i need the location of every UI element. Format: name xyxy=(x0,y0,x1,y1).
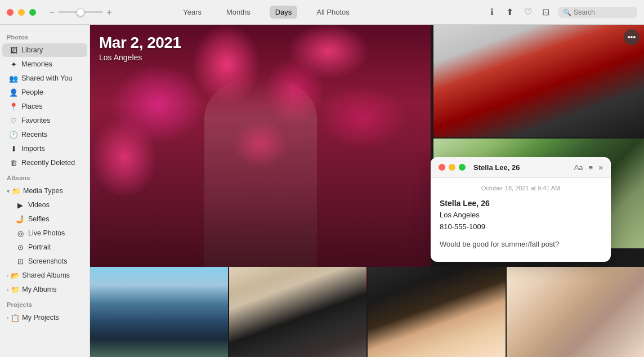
sidebar-item-my-albums[interactable]: › 📁 My Albums xyxy=(2,283,87,296)
note-contact-name: Stella Lee, 26 xyxy=(440,197,602,209)
note-maximize-button[interactable] xyxy=(459,164,466,171)
sidebar-item-memories[interactable]: ✦ Memories xyxy=(2,57,87,71)
bottom-photo-2[interactable] xyxy=(229,267,367,357)
tab-years[interactable]: Years xyxy=(177,6,207,19)
sidebar-item-library-label: Library xyxy=(21,46,43,54)
crop-icon[interactable]: ⊡ xyxy=(540,7,552,18)
heart-icon[interactable]: ♡ xyxy=(522,7,534,18)
note-contact-phone: 810-555-1009 xyxy=(440,221,602,233)
bottom-photo-1[interactable] xyxy=(90,267,228,357)
media-types-chevron: ▾ xyxy=(7,188,10,194)
titlebar-actions: ℹ ⬆ ♡ ⊡ 🔍 xyxy=(486,7,637,18)
tab-days[interactable]: Days xyxy=(270,6,298,19)
memories-icon: ✦ xyxy=(9,60,18,69)
zoom-thumb xyxy=(77,8,84,16)
bottom-row xyxy=(90,267,644,357)
note-title: Stella Lee, 26 xyxy=(473,163,570,172)
live-photos-icon: ◎ xyxy=(16,229,25,238)
recents-icon: 🕐 xyxy=(9,130,18,139)
note-toolbar-icons: Aa ≡ » xyxy=(574,163,603,172)
my-projects-icon: 📋 xyxy=(11,313,20,322)
traffic-lights xyxy=(7,9,36,16)
sidebar-item-imports-label: Imports xyxy=(21,145,45,153)
search-box[interactable]: 🔍 xyxy=(558,7,637,18)
minimize-button[interactable] xyxy=(18,9,25,16)
sidebar-item-shared-with-you-label: Shared with You xyxy=(21,74,72,82)
sidebar-item-memories-label: Memories xyxy=(21,60,52,68)
sidebar-item-favorites-label: Favorites xyxy=(21,117,50,124)
zoom-plus-button[interactable]: + xyxy=(106,7,111,17)
nav-tabs: Years Months Days All Photos xyxy=(177,6,355,19)
sidebar-item-shared-with-you[interactable]: 👥 Shared with You xyxy=(2,72,87,85)
note-expand-icon[interactable]: » xyxy=(598,163,603,172)
zoom-minus-button[interactable]: − xyxy=(50,7,55,17)
note-minimize-button[interactable] xyxy=(449,164,455,171)
photo-location: Los Angeles xyxy=(99,53,181,62)
sidebar-item-screenshots[interactable]: ⊡ Screenshots xyxy=(9,255,87,268)
sidebar-item-videos[interactable]: ▶ Videos xyxy=(9,198,87,212)
shared-with-you-icon: 👥 xyxy=(9,74,18,83)
main-photo[interactable]: Mar 2, 2021 Los Angeles xyxy=(90,25,431,289)
sidebar-item-imports[interactable]: ⬇ Imports xyxy=(2,142,87,155)
tab-months[interactable]: Months xyxy=(221,6,256,19)
info-icon[interactable]: ℹ xyxy=(486,7,498,18)
my-projects-chevron: › xyxy=(7,315,8,321)
close-button[interactable] xyxy=(7,9,14,16)
portrait-icon: ⊙ xyxy=(16,243,25,252)
content-area: Mar 2, 2021 Los Angeles ••• xyxy=(90,25,644,357)
note-titlebar: Stella Lee, 26 Aa ≡ » xyxy=(431,157,611,178)
media-types-icon: 📁 xyxy=(12,186,21,195)
note-popup: Stella Lee, 26 Aa ≡ » October 18, 2021 a… xyxy=(431,157,611,262)
sidebar-item-places[interactable]: 📍 Places xyxy=(2,100,87,113)
sidebar-item-recently-deleted[interactable]: 🗑 Recently Deleted xyxy=(2,156,87,169)
sidebar-section-photos: Photos xyxy=(0,29,90,43)
sidebar-item-recents[interactable]: 🕐 Recents xyxy=(2,128,87,141)
media-types-children: ▶ Videos 🤳 Selfies ◎ Live Photos ⊙ Portr… xyxy=(7,198,90,268)
photo-date: Mar 2, 2021 xyxy=(99,34,181,52)
sidebar-item-shared-albums[interactable]: › 📂 Shared Albums xyxy=(2,269,87,282)
sidebar-item-screenshots-label: Screenshots xyxy=(28,257,67,265)
sidebar-item-live-photos[interactable]: ◎ Live Photos xyxy=(9,226,87,240)
note-timestamp: October 18, 2021 at 9:41 AM xyxy=(440,185,602,191)
note-list-icon[interactable]: ≡ xyxy=(589,163,593,172)
sidebar-item-videos-label: Videos xyxy=(28,201,50,209)
people-icon: 👤 xyxy=(9,88,18,97)
sidebar-item-selfies[interactable]: 🤳 Selfies xyxy=(9,212,87,226)
share-icon[interactable]: ⬆ xyxy=(504,7,516,18)
sidebar-item-media-types[interactable]: ▾ 📁 Media Types xyxy=(2,184,87,198)
note-contact-city: Los Angeles xyxy=(440,209,602,221)
maximize-button[interactable] xyxy=(29,9,36,16)
bottom-photo-4[interactable] xyxy=(507,267,645,357)
sidebar: Photos 🖼 Library ✦ Memories 👥 Shared wit… xyxy=(0,25,90,357)
note-font-icon[interactable]: Aa xyxy=(574,163,583,172)
recently-deleted-icon: 🗑 xyxy=(9,158,18,167)
sidebar-section-projects: Projects xyxy=(0,297,90,310)
note-close-button[interactable] xyxy=(439,164,445,171)
imports-icon: ⬇ xyxy=(9,144,18,153)
sidebar-item-my-albums-label: My Albums xyxy=(22,285,56,293)
more-button[interactable]: ••• xyxy=(624,29,639,45)
sidebar-item-my-projects[interactable]: › 📋 My Projects xyxy=(2,311,87,324)
sidebar-item-portrait[interactable]: ⊙ Portrait xyxy=(9,240,87,254)
sidebar-item-people[interactable]: 👤 People xyxy=(2,86,87,99)
sidebar-section-albums: Albums xyxy=(0,170,90,184)
titlebar: − + Years Months Days All Photos ℹ ⬆ ♡ ⊡… xyxy=(0,0,644,25)
right-photo-top[interactable]: ••• xyxy=(433,25,644,137)
places-icon: 📍 xyxy=(9,102,18,111)
note-traffic-lights xyxy=(439,164,466,171)
photo-grid: Mar 2, 2021 Los Angeles ••• xyxy=(90,25,644,357)
sidebar-item-my-projects-label: My Projects xyxy=(22,314,59,322)
sidebar-item-library[interactable]: 🖼 Library xyxy=(2,43,87,57)
my-albums-chevron: › xyxy=(7,287,8,293)
videos-icon: ▶ xyxy=(16,200,25,209)
sidebar-item-recents-label: Recents xyxy=(21,131,47,139)
bottom-photo-3[interactable] xyxy=(368,267,506,357)
search-input[interactable] xyxy=(574,8,633,16)
zoom-slider[interactable] xyxy=(58,11,103,13)
note-content: October 18, 2021 at 9:41 AM Stella Lee, … xyxy=(431,178,611,262)
app-body: Photos 🖼 Library ✦ Memories 👥 Shared wit… xyxy=(0,25,644,357)
tab-all-photos[interactable]: All Photos xyxy=(311,6,355,19)
sidebar-item-live-photos-label: Live Photos xyxy=(28,229,65,237)
sidebar-item-favorites[interactable]: ♡ Favorites xyxy=(2,114,87,127)
date-header: Mar 2, 2021 Los Angeles xyxy=(99,34,181,62)
